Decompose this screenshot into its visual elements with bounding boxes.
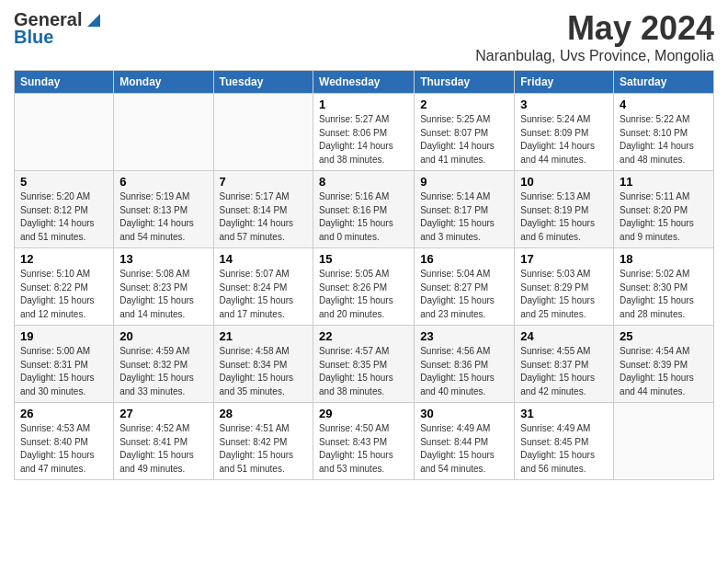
day-number: 12 (20, 252, 108, 266)
calendar-week-row: 19Sunrise: 5:00 AMSunset: 8:31 PMDayligh… (15, 326, 714, 403)
calendar-week-row: 12Sunrise: 5:10 AMSunset: 8:22 PMDayligh… (15, 248, 714, 326)
day-info: Sunrise: 4:56 AMSunset: 8:36 PMDaylight:… (420, 345, 508, 398)
day-info: Sunrise: 4:51 AMSunset: 8:42 PMDaylight:… (220, 422, 308, 476)
day-number: 14 (220, 252, 308, 266)
calendar-cell: 18Sunrise: 5:02 AMSunset: 8:30 PMDayligh… (614, 248, 714, 326)
day-info: Sunrise: 4:50 AMSunset: 8:43 PMDaylight:… (319, 422, 408, 476)
day-number: 9 (420, 175, 508, 189)
calendar-cell: 10Sunrise: 5:13 AMSunset: 8:19 PMDayligh… (515, 171, 614, 248)
day-number: 23 (420, 329, 508, 343)
day-info: Sunrise: 5:07 AMSunset: 8:24 PMDaylight:… (220, 268, 308, 321)
calendar-cell: 9Sunrise: 5:14 AMSunset: 8:17 PMDaylight… (415, 171, 515, 248)
day-info: Sunrise: 4:57 AMSunset: 8:35 PMDaylight:… (319, 345, 408, 398)
day-info: Sunrise: 5:00 AMSunset: 8:31 PMDaylight:… (20, 345, 108, 398)
calendar-cell: 15Sunrise: 5:05 AMSunset: 8:26 PMDayligh… (313, 248, 415, 326)
day-number: 7 (220, 175, 308, 189)
day-info: Sunrise: 5:22 AMSunset: 8:10 PMDaylight:… (620, 113, 708, 167)
day-number: 6 (119, 175, 207, 189)
header-row: Sunday Monday Tuesday Wednesday Thursday… (15, 71, 714, 94)
day-number: 21 (220, 329, 308, 343)
day-number: 8 (319, 175, 408, 189)
day-number: 11 (620, 175, 708, 189)
day-info: Sunrise: 5:20 AMSunset: 8:12 PMDaylight:… (20, 190, 108, 244)
day-number: 13 (119, 252, 207, 266)
day-info: Sunrise: 4:58 AMSunset: 8:34 PMDaylight:… (220, 345, 308, 398)
calendar-cell: 28Sunrise: 4:51 AMSunset: 8:42 PMDayligh… (213, 403, 313, 480)
day-number: 17 (520, 252, 608, 266)
col-friday: Friday (515, 71, 614, 94)
calendar-cell: 24Sunrise: 4:55 AMSunset: 8:37 PMDayligh… (515, 326, 614, 403)
calendar-cell: 1Sunrise: 5:27 AMSunset: 8:06 PMDaylight… (313, 94, 415, 171)
day-info: Sunrise: 4:54 AMSunset: 8:39 PMDaylight:… (620, 345, 708, 398)
calendar-cell: 29Sunrise: 4:50 AMSunset: 8:43 PMDayligh… (313, 403, 415, 480)
calendar-cell: 16Sunrise: 5:04 AMSunset: 8:27 PMDayligh… (415, 248, 515, 326)
col-saturday: Saturday (614, 71, 714, 94)
day-info: Sunrise: 5:16 AMSunset: 8:16 PMDaylight:… (319, 190, 408, 244)
day-info: Sunrise: 5:10 AMSunset: 8:22 PMDaylight:… (20, 268, 108, 321)
col-thursday: Thursday (415, 71, 515, 94)
calendar-cell: 5Sunrise: 5:20 AMSunset: 8:12 PMDaylight… (15, 171, 114, 248)
day-number: 27 (119, 407, 207, 420)
day-number: 4 (620, 98, 708, 111)
calendar-cell: 30Sunrise: 4:49 AMSunset: 8:44 PMDayligh… (415, 403, 515, 480)
col-monday: Monday (114, 71, 213, 94)
calendar-week-row: 1Sunrise: 5:27 AMSunset: 8:06 PMDaylight… (15, 94, 714, 171)
day-info: Sunrise: 5:02 AMSunset: 8:30 PMDaylight:… (620, 268, 708, 321)
calendar-cell: 25Sunrise: 4:54 AMSunset: 8:39 PMDayligh… (614, 326, 714, 403)
calendar-cell: 14Sunrise: 5:07 AMSunset: 8:24 PMDayligh… (213, 248, 313, 326)
day-info: Sunrise: 4:49 AMSunset: 8:44 PMDaylight:… (420, 422, 508, 476)
calendar-table: Sunday Monday Tuesday Wednesday Thursday… (14, 70, 714, 480)
calendar-cell: 7Sunrise: 5:17 AMSunset: 8:14 PMDaylight… (213, 171, 313, 248)
col-wednesday: Wednesday (313, 71, 415, 94)
col-tuesday: Tuesday (213, 71, 313, 94)
day-number: 24 (520, 329, 608, 343)
day-info: Sunrise: 4:49 AMSunset: 8:45 PMDaylight:… (520, 422, 608, 476)
day-number: 10 (520, 175, 608, 189)
day-number: 31 (520, 407, 608, 420)
month-title: May 2024 (475, 9, 714, 48)
day-number: 2 (420, 98, 508, 111)
day-info: Sunrise: 5:24 AMSunset: 8:09 PMDaylight:… (520, 113, 608, 167)
day-number: 19 (20, 329, 108, 343)
day-number: 3 (520, 98, 608, 111)
calendar-cell: 19Sunrise: 5:00 AMSunset: 8:31 PMDayligh… (15, 326, 114, 403)
day-info: Sunrise: 5:27 AMSunset: 8:06 PMDaylight:… (319, 113, 408, 167)
calendar-cell: 6Sunrise: 5:19 AMSunset: 8:13 PMDaylight… (114, 171, 213, 248)
calendar-cell: 17Sunrise: 5:03 AMSunset: 8:29 PMDayligh… (515, 248, 614, 326)
day-info: Sunrise: 5:08 AMSunset: 8:23 PMDaylight:… (119, 268, 207, 321)
day-number: 28 (220, 407, 308, 420)
calendar-cell: 26Sunrise: 4:53 AMSunset: 8:40 PMDayligh… (15, 403, 114, 480)
day-number: 5 (20, 175, 108, 189)
day-info: Sunrise: 5:05 AMSunset: 8:26 PMDaylight:… (319, 268, 408, 321)
calendar-cell (15, 94, 114, 171)
day-info: Sunrise: 5:11 AMSunset: 8:20 PMDaylight:… (620, 190, 708, 244)
day-number: 25 (620, 329, 708, 343)
calendar-cell (114, 94, 213, 171)
col-sunday: Sunday (15, 71, 114, 94)
calendar-cell: 20Sunrise: 4:59 AMSunset: 8:32 PMDayligh… (114, 326, 213, 403)
day-info: Sunrise: 5:13 AMSunset: 8:19 PMDaylight:… (520, 190, 608, 244)
logo: General Blue (14, 9, 104, 48)
day-number: 22 (319, 329, 408, 343)
calendar-week-row: 26Sunrise: 4:53 AMSunset: 8:40 PMDayligh… (15, 403, 714, 480)
calendar-cell: 11Sunrise: 5:11 AMSunset: 8:20 PMDayligh… (614, 171, 714, 248)
day-info: Sunrise: 4:52 AMSunset: 8:41 PMDaylight:… (119, 422, 207, 476)
calendar-cell: 4Sunrise: 5:22 AMSunset: 8:10 PMDaylight… (614, 94, 714, 171)
calendar-cell (614, 403, 714, 480)
calendar-cell (213, 94, 313, 171)
day-number: 18 (620, 252, 708, 266)
day-info: Sunrise: 5:03 AMSunset: 8:29 PMDaylight:… (520, 268, 608, 321)
day-number: 30 (420, 407, 508, 420)
day-info: Sunrise: 4:53 AMSunset: 8:40 PMDaylight:… (20, 422, 108, 476)
calendar-cell: 21Sunrise: 4:58 AMSunset: 8:34 PMDayligh… (213, 326, 313, 403)
logo-blue-text: Blue (14, 27, 53, 48)
calendar-cell: 22Sunrise: 4:57 AMSunset: 8:35 PMDayligh… (313, 326, 415, 403)
title-section: May 2024 Naranbulag, Uvs Province, Mongo… (475, 9, 714, 64)
calendar-cell: 27Sunrise: 4:52 AMSunset: 8:41 PMDayligh… (114, 403, 213, 480)
day-info: Sunrise: 5:04 AMSunset: 8:27 PMDaylight:… (420, 268, 508, 321)
calendar-cell: 23Sunrise: 4:56 AMSunset: 8:36 PMDayligh… (415, 326, 515, 403)
day-number: 1 (319, 98, 408, 111)
calendar-cell: 12Sunrise: 5:10 AMSunset: 8:22 PMDayligh… (15, 248, 114, 326)
svg-marker-0 (87, 14, 100, 27)
calendar-cell: 8Sunrise: 5:16 AMSunset: 8:16 PMDaylight… (313, 171, 415, 248)
